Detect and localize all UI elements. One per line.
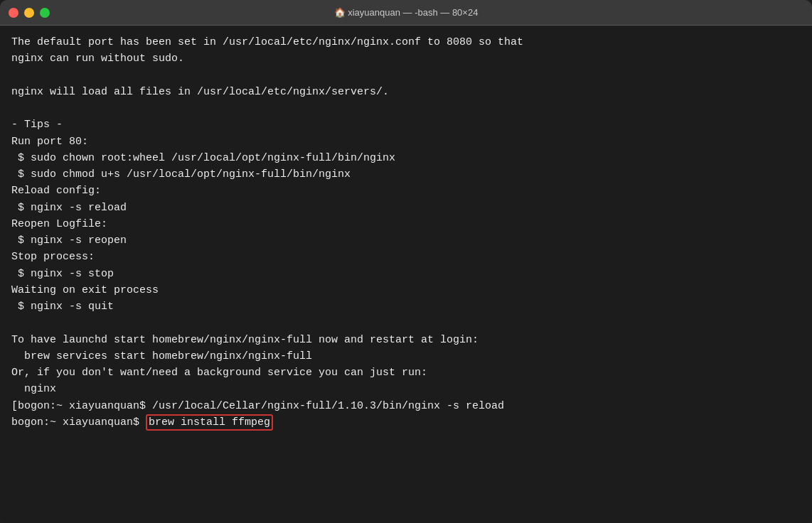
window-title: 🏠 xiayuanquan — -bash — 80×24 — [334, 7, 479, 18]
maximize-button[interactable] — [40, 8, 50, 18]
minimize-button[interactable] — [24, 8, 34, 18]
brew-install-command: brew install ffmpeg — [146, 414, 273, 431]
terminal-output: The default port has been set in /usr/lo… — [11, 34, 801, 431]
close-button[interactable] — [9, 8, 18, 18]
terminal-window: 🏠 xiayuanquan — -bash — 80×24 The defaul… — [0, 0, 812, 523]
title-bar: 🏠 xiayuanquan — -bash — 80×24 — [0, 0, 812, 26]
window-buttons — [9, 8, 50, 18]
terminal-body[interactable]: The default port has been set in /usr/lo… — [0, 26, 812, 523]
